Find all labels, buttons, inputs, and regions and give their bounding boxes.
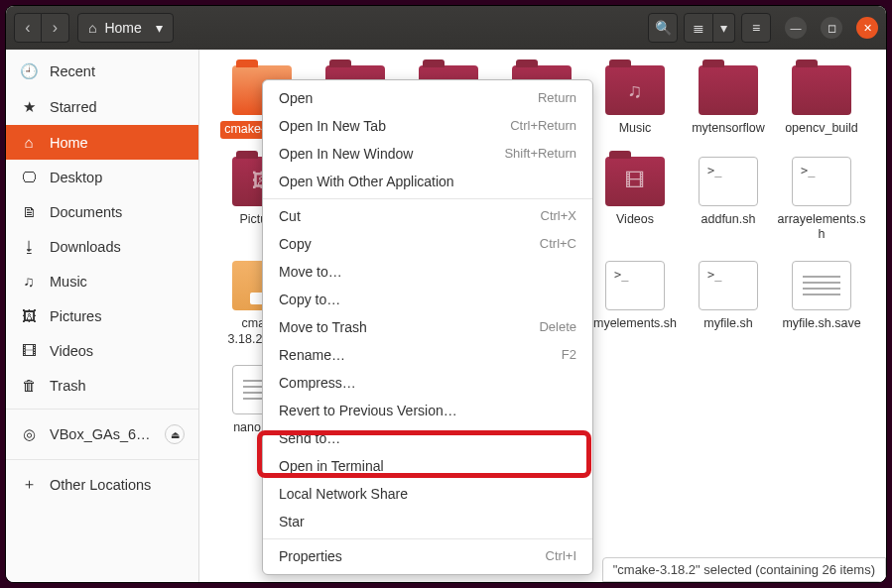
menu-item[interactable]: Open In New WindowShift+Return bbox=[263, 140, 592, 168]
menu-item-label: Rename… bbox=[279, 347, 345, 363]
menu-item-label: Star bbox=[279, 514, 305, 529]
sidebar-item-label: Music bbox=[50, 274, 87, 290]
file-label: arrayelements.sh bbox=[777, 212, 866, 243]
menu-item-label: Open With Other Application bbox=[279, 174, 454, 189]
sidebar-mount[interactable]: ◎VBox_GAs_6…⏏ bbox=[6, 415, 198, 453]
menu-item[interactable]: Revert to Previous Version… bbox=[263, 397, 592, 424]
file-label: myfile.sh.save bbox=[782, 316, 860, 332]
hamburger-menu-button[interactable]: ≡ bbox=[741, 13, 771, 43]
menu-item-label: Send to… bbox=[279, 430, 340, 446]
sidebar-icon: 🖵 bbox=[20, 169, 38, 185]
menu-item[interactable]: Move to… bbox=[263, 258, 592, 286]
menu-item-label: Open In New Window bbox=[279, 146, 413, 162]
view-list-button[interactable]: ≣ bbox=[684, 13, 713, 43]
sidebar-other-locations[interactable]: ＋Other Locations bbox=[6, 466, 198, 503]
menu-item-shortcut: Ctrl+X bbox=[541, 208, 576, 224]
sidebar-icon: 🎞 bbox=[20, 342, 38, 359]
menu-item-label: Copy to… bbox=[279, 292, 340, 307]
window-close-button[interactable]: ✕ bbox=[856, 17, 878, 39]
sidebar-item-starred[interactable]: ★Starred bbox=[6, 89, 198, 125]
script-icon: >_ bbox=[605, 261, 665, 310]
sidebar-icon: ⭳ bbox=[20, 238, 38, 255]
sidebar-item-downloads[interactable]: ⭳Downloads bbox=[6, 229, 198, 264]
menu-item[interactable]: Rename…F2 bbox=[263, 341, 592, 369]
file-item[interactable]: mytensorflow bbox=[682, 65, 775, 139]
sidebar-item-label: Desktop bbox=[50, 170, 102, 185]
file-item[interactable]: myfile.sh.save bbox=[775, 261, 868, 347]
eject-icon[interactable]: ⏏ bbox=[165, 424, 185, 444]
menu-item-shortcut: Return bbox=[538, 90, 576, 106]
window-maximize-button[interactable]: ◻ bbox=[821, 17, 842, 39]
menu-item[interactable]: Open in Terminal bbox=[263, 452, 592, 480]
menu-item[interactable]: Star bbox=[263, 508, 592, 535]
nav-back-button[interactable]: ‹ bbox=[14, 13, 42, 43]
sidebar-item-label: Home bbox=[50, 135, 88, 151]
file-item[interactable]: opencv_build bbox=[775, 65, 868, 139]
file-item[interactable]: ♫Music bbox=[588, 65, 682, 139]
script-icon: >_ bbox=[699, 157, 758, 206]
sidebar-item-desktop[interactable]: 🖵Desktop bbox=[6, 160, 198, 194]
view-options-button[interactable]: ▾ bbox=[713, 13, 735, 43]
menu-item[interactable]: Compress… bbox=[263, 369, 592, 397]
menu-item[interactable]: Open With Other Application bbox=[263, 168, 592, 195]
menu-item-shortcut: Shift+Return bbox=[504, 146, 576, 162]
menu-item[interactable]: Open In New TabCtrl+Return bbox=[263, 112, 592, 140]
menu-item-shortcut: Delete bbox=[539, 319, 576, 335]
menu-item[interactable]: Send to… bbox=[263, 424, 592, 452]
folder-icon: 🎞 bbox=[605, 157, 665, 206]
sidebar-item-music[interactable]: ♫Music bbox=[6, 264, 198, 298]
menu-item[interactable]: CopyCtrl+C bbox=[263, 230, 592, 258]
menu-item-label: Move to… bbox=[279, 264, 342, 280]
menu-item-label: Revert to Previous Version… bbox=[279, 403, 457, 418]
file-item[interactable]: >_arrayelements.sh bbox=[775, 157, 868, 243]
sidebar-item-trash[interactable]: 🗑Trash bbox=[6, 368, 198, 403]
menu-item-label: Cut bbox=[279, 208, 301, 224]
sidebar-icon: ♫ bbox=[20, 273, 38, 290]
menu-item[interactable]: PropertiesCtrl+I bbox=[263, 542, 592, 570]
file-label: mytensorflow bbox=[692, 121, 765, 137]
sidebar-item-label: Other Locations bbox=[50, 477, 151, 493]
window-minimize-button[interactable]: — bbox=[785, 17, 807, 39]
sidebar-item-recent[interactable]: 🕘Recent bbox=[6, 54, 198, 89]
sidebar-item-label: Documents bbox=[50, 204, 122, 220]
sidebar-item-label: Recent bbox=[50, 63, 95, 79]
sidebar-item-pictures[interactable]: 🖼Pictures bbox=[6, 298, 198, 333]
path-dropdown-icon: ▾ bbox=[156, 20, 163, 36]
home-icon: ⌂ bbox=[88, 20, 96, 36]
path-bar[interactable]: ⌂ Home ▾ bbox=[77, 13, 174, 43]
sidebar-item-label: Videos bbox=[50, 343, 93, 359]
sidebar-item-documents[interactable]: 🗎Documents bbox=[6, 194, 198, 229]
search-button[interactable]: 🔍 bbox=[648, 13, 678, 43]
disc-icon: ◎ bbox=[20, 425, 38, 443]
sidebar-icon: 🗎 bbox=[20, 203, 38, 220]
menu-item[interactable]: Copy to… bbox=[263, 286, 592, 313]
menu-item-shortcut: Ctrl+C bbox=[540, 236, 576, 252]
folder-icon bbox=[792, 65, 851, 115]
sidebar-icon: ⌂ bbox=[20, 134, 38, 151]
menu-item[interactable]: Local Network Share bbox=[263, 480, 592, 508]
file-label: myelements.sh bbox=[593, 316, 677, 332]
sidebar-item-label: Downloads bbox=[50, 239, 121, 255]
file-item[interactable]: >_myfile.sh bbox=[682, 261, 775, 347]
menu-item-label: Properties bbox=[279, 548, 342, 564]
nav-forward-button[interactable]: › bbox=[42, 13, 69, 43]
sidebar-item-label: VBox_GAs_6… bbox=[50, 426, 151, 442]
file-item[interactable]: 🎞Videos bbox=[588, 157, 682, 243]
menu-item-shortcut: F2 bbox=[562, 347, 576, 363]
file-item[interactable]: >_myelements.sh bbox=[588, 261, 682, 347]
sidebar-icon: 🕘 bbox=[20, 62, 38, 80]
file-item[interactable]: >_addfun.sh bbox=[682, 157, 775, 243]
menu-item[interactable]: OpenReturn bbox=[263, 84, 592, 112]
menu-item-shortcut: Ctrl+Return bbox=[510, 118, 576, 134]
file-manager-window: ‹ › ⌂ Home ▾ 🔍 ≣ ▾ ≡ — ◻ ✕ 🕘Recent★Starr… bbox=[6, 6, 886, 582]
sidebar-item-home[interactable]: ⌂Home bbox=[6, 125, 198, 160]
titlebar: ‹ › ⌂ Home ▾ 🔍 ≣ ▾ ≡ — ◻ ✕ bbox=[6, 6, 886, 50]
folder-icon: ♫ bbox=[605, 65, 665, 115]
menu-item-label: Open In New Tab bbox=[279, 118, 386, 134]
file-label: Music bbox=[619, 121, 652, 137]
sidebar-item-label: Starred bbox=[50, 99, 97, 115]
sidebar-item-videos[interactable]: 🎞Videos bbox=[6, 333, 198, 368]
menu-item[interactable]: CutCtrl+X bbox=[263, 202, 592, 230]
menu-item[interactable]: Move to TrashDelete bbox=[263, 313, 592, 341]
menu-item-shortcut: Ctrl+I bbox=[546, 548, 576, 564]
